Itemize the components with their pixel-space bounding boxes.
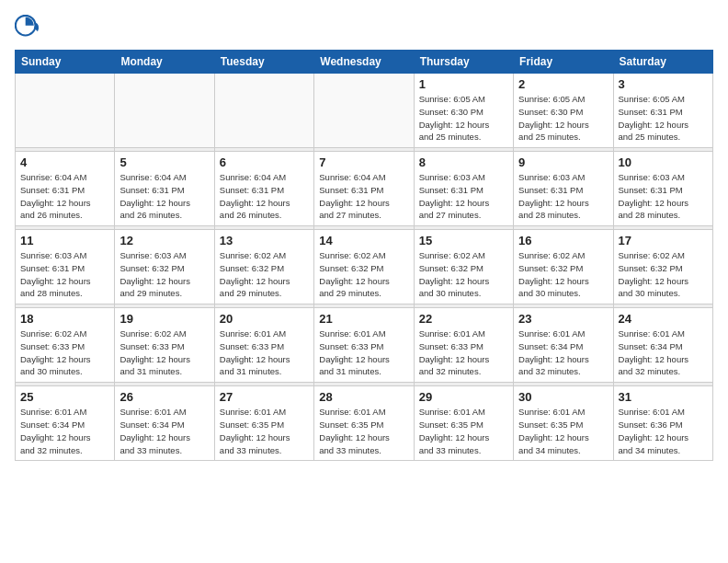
day-number: 7 <box>319 155 408 169</box>
weekday-header-row: SundayMondayTuesdayWednesdayThursdayFrid… <box>16 51 713 74</box>
day-info: Sunrise: 6:01 AM Sunset: 6:36 PM Dayligh… <box>619 406 708 456</box>
calendar-cell <box>314 74 414 148</box>
day-number: 9 <box>518 155 608 169</box>
logo <box>15 15 46 42</box>
day-info: Sunrise: 6:04 AM Sunset: 6:31 PM Dayligh… <box>220 171 309 222</box>
calendar-cell: 8Sunrise: 6:03 AM Sunset: 6:31 PM Daylig… <box>414 152 513 226</box>
day-number: 12 <box>119 234 209 247</box>
calendar-cell: 25Sunrise: 6:01 AM Sunset: 6:34 PM Dayli… <box>16 386 115 461</box>
calendar-cell: 21Sunrise: 6:01 AM Sunset: 6:33 PM Dayli… <box>314 308 414 383</box>
calendar-cell: 18Sunrise: 6:02 AM Sunset: 6:33 PM Dayli… <box>16 308 115 383</box>
day-number: 28 <box>319 390 408 404</box>
calendar-table: SundayMondayTuesdayWednesdayThursdayFrid… <box>15 50 713 461</box>
calendar-cell <box>16 74 115 148</box>
day-number: 30 <box>518 390 608 404</box>
calendar-week-3: 11Sunrise: 6:03 AM Sunset: 6:31 PM Dayli… <box>16 230 713 304</box>
weekday-header-monday: Monday <box>115 51 214 74</box>
calendar-cell: 26Sunrise: 6:01 AM Sunset: 6:34 PM Dayli… <box>115 386 214 461</box>
day-number: 22 <box>419 312 508 326</box>
day-info: Sunrise: 6:05 AM Sunset: 6:30 PM Dayligh… <box>419 93 508 144</box>
calendar-week-4: 18Sunrise: 6:02 AM Sunset: 6:33 PM Dayli… <box>16 308 713 383</box>
logo-icon <box>15 15 42 42</box>
day-info: Sunrise: 6:01 AM Sunset: 6:33 PM Dayligh… <box>220 327 309 378</box>
day-number: 2 <box>518 77 608 91</box>
calendar-cell: 16Sunrise: 6:02 AM Sunset: 6:32 PM Dayli… <box>514 230 613 304</box>
day-number: 16 <box>518 234 608 247</box>
calendar-cell: 20Sunrise: 6:01 AM Sunset: 6:33 PM Dayli… <box>214 308 313 383</box>
calendar-cell: 11Sunrise: 6:03 AM Sunset: 6:31 PM Dayli… <box>16 230 115 304</box>
calendar-cell: 12Sunrise: 6:03 AM Sunset: 6:32 PM Dayli… <box>115 230 214 304</box>
calendar-cell: 6Sunrise: 6:04 AM Sunset: 6:31 PM Daylig… <box>214 152 313 226</box>
day-info: Sunrise: 6:01 AM Sunset: 6:35 PM Dayligh… <box>319 406 408 456</box>
calendar-cell: 10Sunrise: 6:03 AM Sunset: 6:31 PM Dayli… <box>613 152 712 226</box>
calendar-cell: 3Sunrise: 6:05 AM Sunset: 6:31 PM Daylig… <box>613 74 712 148</box>
day-number: 21 <box>319 312 408 326</box>
calendar-week-1: 1Sunrise: 6:05 AM Sunset: 6:30 PM Daylig… <box>16 74 713 148</box>
day-info: Sunrise: 6:04 AM Sunset: 6:31 PM Dayligh… <box>319 171 408 222</box>
day-info: Sunrise: 6:02 AM Sunset: 6:32 PM Dayligh… <box>619 249 708 300</box>
day-info: Sunrise: 6:01 AM Sunset: 6:34 PM Dayligh… <box>518 327 608 378</box>
day-number: 29 <box>419 390 508 404</box>
calendar-cell: 24Sunrise: 6:01 AM Sunset: 6:34 PM Dayli… <box>613 308 712 383</box>
day-info: Sunrise: 6:03 AM Sunset: 6:31 PM Dayligh… <box>619 171 708 222</box>
day-info: Sunrise: 6:05 AM Sunset: 6:31 PM Dayligh… <box>619 93 708 144</box>
day-number: 26 <box>119 390 209 404</box>
day-info: Sunrise: 6:04 AM Sunset: 6:31 PM Dayligh… <box>119 171 209 222</box>
weekday-header-friday: Friday <box>514 51 613 74</box>
calendar-week-5: 25Sunrise: 6:01 AM Sunset: 6:34 PM Dayli… <box>16 386 713 461</box>
day-info: Sunrise: 6:01 AM Sunset: 6:35 PM Dayligh… <box>518 406 608 456</box>
day-info: Sunrise: 6:01 AM Sunset: 6:34 PM Dayligh… <box>119 406 209 456</box>
calendar-cell: 28Sunrise: 6:01 AM Sunset: 6:35 PM Dayli… <box>314 386 414 461</box>
weekday-header-tuesday: Tuesday <box>214 51 313 74</box>
weekday-header-sunday: Sunday <box>16 51 115 74</box>
calendar-cell: 23Sunrise: 6:01 AM Sunset: 6:34 PM Dayli… <box>514 308 613 383</box>
calendar-cell <box>214 74 313 148</box>
day-number: 1 <box>419 77 508 91</box>
calendar-cell: 9Sunrise: 6:03 AM Sunset: 6:31 PM Daylig… <box>514 152 613 226</box>
day-info: Sunrise: 6:01 AM Sunset: 6:35 PM Dayligh… <box>419 406 508 456</box>
day-info: Sunrise: 6:02 AM Sunset: 6:32 PM Dayligh… <box>419 249 508 300</box>
day-number: 10 <box>619 155 708 169</box>
day-number: 23 <box>518 312 608 326</box>
calendar-cell: 5Sunrise: 6:04 AM Sunset: 6:31 PM Daylig… <box>115 152 214 226</box>
day-number: 13 <box>220 234 309 247</box>
day-info: Sunrise: 6:03 AM Sunset: 6:31 PM Dayligh… <box>518 171 608 222</box>
calendar-cell: 2Sunrise: 6:05 AM Sunset: 6:30 PM Daylig… <box>514 74 613 148</box>
calendar-cell: 19Sunrise: 6:02 AM Sunset: 6:33 PM Dayli… <box>115 308 214 383</box>
day-number: 8 <box>419 155 508 169</box>
calendar-week-2: 4Sunrise: 6:04 AM Sunset: 6:31 PM Daylig… <box>16 152 713 226</box>
page-header <box>15 15 713 42</box>
day-info: Sunrise: 6:01 AM Sunset: 6:34 PM Dayligh… <box>619 327 708 378</box>
day-number: 19 <box>119 312 209 326</box>
day-number: 4 <box>20 155 109 169</box>
calendar-cell: 29Sunrise: 6:01 AM Sunset: 6:35 PM Dayli… <box>414 386 513 461</box>
day-number: 24 <box>619 312 708 326</box>
day-info: Sunrise: 6:03 AM Sunset: 6:31 PM Dayligh… <box>419 171 508 222</box>
day-number: 14 <box>319 234 408 247</box>
day-number: 11 <box>20 234 109 247</box>
day-number: 27 <box>220 390 309 404</box>
calendar-cell: 7Sunrise: 6:04 AM Sunset: 6:31 PM Daylig… <box>314 152 414 226</box>
day-info: Sunrise: 6:01 AM Sunset: 6:33 PM Dayligh… <box>319 327 408 378</box>
day-info: Sunrise: 6:03 AM Sunset: 6:31 PM Dayligh… <box>20 249 109 300</box>
calendar-cell: 14Sunrise: 6:02 AM Sunset: 6:32 PM Dayli… <box>314 230 414 304</box>
day-number: 6 <box>220 155 309 169</box>
day-number: 15 <box>419 234 508 247</box>
day-info: Sunrise: 6:01 AM Sunset: 6:33 PM Dayligh… <box>419 327 508 378</box>
day-info: Sunrise: 6:02 AM Sunset: 6:32 PM Dayligh… <box>319 249 408 300</box>
day-info: Sunrise: 6:02 AM Sunset: 6:32 PM Dayligh… <box>518 249 608 300</box>
calendar-cell: 17Sunrise: 6:02 AM Sunset: 6:32 PM Dayli… <box>613 230 712 304</box>
calendar-cell: 13Sunrise: 6:02 AM Sunset: 6:32 PM Dayli… <box>214 230 313 304</box>
day-info: Sunrise: 6:01 AM Sunset: 6:34 PM Dayligh… <box>20 406 109 456</box>
calendar-cell: 4Sunrise: 6:04 AM Sunset: 6:31 PM Daylig… <box>16 152 115 226</box>
day-number: 20 <box>220 312 309 326</box>
weekday-header-wednesday: Wednesday <box>314 51 414 74</box>
day-number: 18 <box>20 312 109 326</box>
calendar-cell: 30Sunrise: 6:01 AM Sunset: 6:35 PM Dayli… <box>514 386 613 461</box>
day-number: 3 <box>619 77 708 91</box>
calendar-cell: 27Sunrise: 6:01 AM Sunset: 6:35 PM Dayli… <box>214 386 313 461</box>
calendar-cell: 15Sunrise: 6:02 AM Sunset: 6:32 PM Dayli… <box>414 230 513 304</box>
day-info: Sunrise: 6:02 AM Sunset: 6:32 PM Dayligh… <box>220 249 309 300</box>
day-number: 25 <box>20 390 109 404</box>
day-number: 31 <box>619 390 708 404</box>
